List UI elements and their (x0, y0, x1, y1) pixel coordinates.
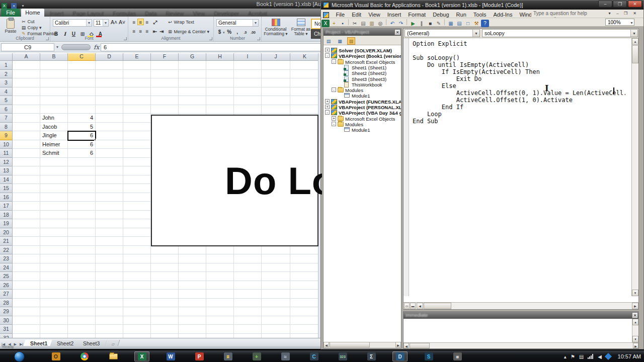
menu-debug[interactable]: Debug (429, 11, 452, 18)
cell-H4[interactable] (206, 87, 234, 97)
font-size-combo[interactable]: 11▼ (94, 19, 109, 27)
cell-D13[interactable] (96, 166, 123, 175)
cell-A27[interactable] (13, 290, 40, 299)
cell-G31[interactable] (179, 325, 206, 334)
cell-C16[interactable] (68, 193, 96, 202)
tab-formulas[interactable]: Formulas (108, 10, 140, 17)
cell-K23[interactable] (290, 254, 319, 263)
column-header-K[interactable]: K (290, 53, 319, 61)
cell-K30[interactable] (290, 316, 319, 325)
cell-B5[interactable] (40, 96, 68, 105)
cell-C19[interactable] (68, 219, 96, 228)
cell-E4[interactable] (123, 87, 151, 97)
cell-G2[interactable] (179, 70, 206, 79)
cell-E5[interactable] (123, 96, 151, 105)
cell-C15[interactable] (68, 184, 96, 193)
cell-B7[interactable]: John (40, 114, 68, 123)
tab-insert[interactable]: Insert (45, 10, 68, 17)
cell-J30[interactable] (262, 316, 290, 325)
cell-D26[interactable] (96, 281, 123, 290)
tab-review[interactable]: Review (161, 10, 188, 17)
mdi-restore-button[interactable]: ❒ (622, 11, 629, 17)
cell-I27[interactable] (234, 290, 262, 299)
row-header-32[interactable]: 32 (0, 334, 13, 338)
cell-A11[interactable] (13, 149, 40, 158)
cell-F32[interactable] (151, 334, 179, 338)
cell-F22[interactable] (151, 246, 179, 255)
cell-G30[interactable] (179, 316, 206, 325)
immediate-titlebar[interactable]: Immediate ✕ (404, 312, 638, 319)
cell-C13[interactable] (68, 166, 96, 175)
cell-H29[interactable] (206, 307, 234, 316)
cell-D30[interactable] (96, 316, 123, 325)
cell-F24[interactable] (151, 263, 179, 273)
cell-B28[interactable] (40, 299, 68, 308)
font-family-combo[interactable]: Calibri▼ (53, 19, 92, 27)
cell-E12[interactable] (123, 158, 151, 167)
cell-I25[interactable] (234, 272, 262, 281)
view-code-icon[interactable]: ▤ (325, 37, 333, 45)
cell-D6[interactable] (96, 105, 123, 114)
cell-K32[interactable] (290, 334, 319, 338)
row-header-25[interactable]: 25 (0, 272, 13, 281)
cell-K1[interactable] (290, 61, 319, 70)
insert-function-icon[interactable]: fx (94, 44, 99, 51)
chevron-down-icon[interactable]: ▼ (630, 20, 633, 26)
cell-J28[interactable] (262, 299, 290, 308)
mdi-minimize-button[interactable]: – (614, 11, 621, 17)
cell-D9[interactable] (96, 131, 123, 140)
cell-G4[interactable] (179, 87, 206, 97)
cell-D7[interactable] (96, 114, 123, 123)
number-dialog-launcher-icon[interactable] (257, 37, 260, 40)
mdi-close-button[interactable]: ✕ (631, 11, 638, 17)
cell-C8[interactable]: 5 (68, 123, 96, 132)
cell-C5[interactable] (68, 96, 96, 105)
currency-format-button[interactable]: $ (216, 29, 223, 35)
cell-F3[interactable] (151, 78, 179, 87)
cell-A9[interactable] (13, 131, 40, 140)
row-header-19[interactable]: 19 (0, 219, 13, 228)
cell-I32[interactable] (234, 334, 262, 338)
cell-E31[interactable] (123, 325, 151, 334)
cell-F30[interactable] (151, 316, 179, 325)
cell-K2[interactable] (290, 70, 319, 79)
taskbar-icon-powerpoint[interactable]: P (192, 351, 207, 361)
cell-E3[interactable] (123, 78, 151, 87)
cell-F23[interactable] (151, 254, 179, 263)
cell-F26[interactable] (151, 281, 179, 290)
cell-B8[interactable]: Jacob (40, 123, 68, 132)
cell-B17[interactable] (40, 202, 68, 211)
cell-B14[interactable] (40, 175, 68, 185)
cell-C1[interactable] (68, 61, 96, 70)
immediate-vertical-scrollbar[interactable]: ▲ ▼ (632, 319, 638, 342)
cell-K4[interactable] (290, 87, 319, 97)
orientation-icon[interactable]: ⤢ (152, 19, 158, 26)
object-combo[interactable]: (General)▼ (405, 29, 480, 37)
cell-J1[interactable] (262, 61, 290, 70)
tree-expander-icon[interactable]: - (325, 53, 330, 58)
cell-J2[interactable] (262, 70, 290, 79)
cell-C29[interactable] (68, 307, 96, 316)
restore-button[interactable]: ❒ (613, 1, 627, 8)
cell-D14[interactable] (96, 175, 123, 185)
cell-A25[interactable] (13, 272, 40, 281)
cell-B16[interactable] (40, 193, 68, 202)
row-header-28[interactable]: 28 (0, 299, 13, 308)
row-header-18[interactable]: 18 (0, 211, 13, 220)
cell-I6[interactable] (234, 105, 262, 114)
cell-E1[interactable] (123, 61, 151, 70)
cell-A28[interactable] (13, 299, 40, 308)
cell-J26[interactable] (262, 281, 290, 290)
column-header-B[interactable]: B (40, 53, 68, 61)
code-text[interactable]: Option Explicit Sub soLoopy() Do until I… (409, 38, 625, 296)
menu-addins[interactable]: Add-Ins (490, 11, 516, 18)
cell-I31[interactable] (234, 325, 262, 334)
cell-C18[interactable] (68, 211, 96, 220)
cell-F6[interactable] (151, 105, 179, 114)
paste-icon[interactable]: ▥ (368, 20, 376, 27)
taskbar-icon-app-d[interactable]: D (392, 351, 408, 361)
cell-I4[interactable] (234, 87, 262, 97)
cell-D15[interactable] (96, 184, 123, 193)
cell-K24[interactable] (290, 263, 319, 273)
tray-expand-icon[interactable]: ▴ (564, 354, 567, 359)
